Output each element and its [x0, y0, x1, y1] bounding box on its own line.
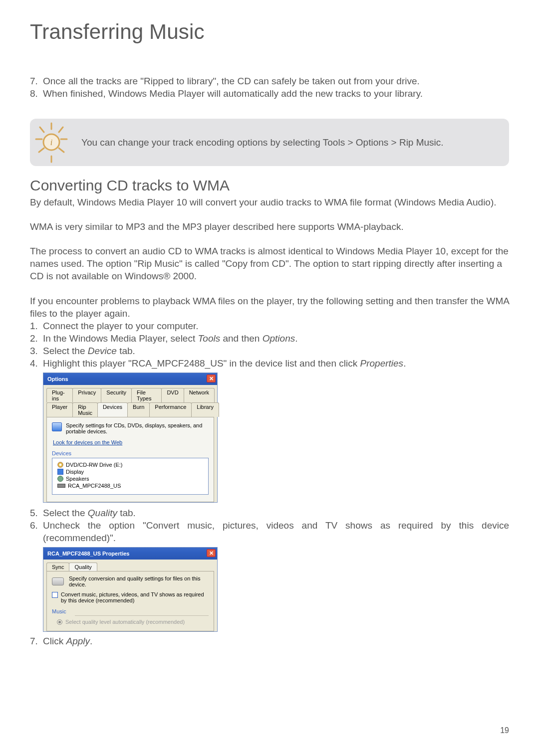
convert-checkbox[interactable] [52, 592, 58, 598]
music-group-label: Music [52, 608, 209, 614]
step-text: When finished, Windows Media Player will… [43, 87, 423, 100]
tab-plugins[interactable]: Plug-ins [46, 388, 73, 402]
tab-burn[interactable]: Burn [127, 402, 150, 417]
tip-text: You can change your track encoding optio… [81, 131, 444, 154]
tab-dvd[interactable]: DVD [161, 388, 184, 402]
list-item: 3.Select the Device tab. [30, 345, 509, 357]
paragraph: The process to convert an audio CD to WM… [30, 245, 509, 282]
dialog-title: RCA_MPCF2488_US Properties [47, 551, 129, 557]
step-text: Highlight this player "RCA_MPCF2488_US" … [43, 357, 406, 370]
step-list-b: 5.Select the Quality tab. 6.Uncheck the … [30, 507, 509, 544]
tab-sync[interactable]: Sync [46, 563, 69, 571]
tab-player[interactable]: Player [46, 402, 73, 417]
step-text: Click Apply. [43, 635, 92, 647]
step-number: 6. [30, 519, 43, 544]
portable-device-icon [57, 484, 65, 488]
tab-privacy[interactable]: Privacy [72, 388, 101, 402]
panel-description: Specify settings for CDs, DVDs, displays… [66, 422, 209, 434]
dialog-titlebar: Options ✕ [43, 373, 217, 385]
step-list-a: 1.Connect the player to your computer. 2… [30, 320, 509, 370]
screenshot-properties-dialog: RCA_MPCF2488_US Properties ✕ Sync Qualit… [43, 547, 218, 632]
divider [75, 615, 209, 616]
panel-description: Specify conversion and quality settings … [69, 575, 209, 587]
tab-row-upper: Plug-ins Privacy Security File Types DVD… [46, 388, 214, 402]
section-title: Converting CD tracks to WMA [30, 177, 509, 194]
intro-step-list: 7.Once all the tracks are "Ripped to lib… [30, 75, 509, 100]
step-text: Connect the player to your computer. [43, 320, 199, 332]
auto-quality-radio[interactable] [57, 619, 62, 625]
list-item[interactable]: Display [57, 468, 205, 475]
list-item[interactable]: RCA_MPCF2488_US [57, 482, 205, 489]
step-list-c: 7.Click Apply. [30, 635, 509, 647]
page-number: 19 [500, 726, 509, 735]
dialog-titlebar: RCA_MPCF2488_US Properties ✕ [43, 548, 217, 560]
drive-icon [52, 577, 64, 585]
list-item: 7.Click Apply. [30, 635, 509, 647]
devices-listbox[interactable]: DVD/CD-RW Drive (E:) Display Speakers RC… [52, 458, 209, 495]
speakers-icon [57, 476, 63, 482]
computer-icon [52, 422, 62, 431]
cd-drive-icon [57, 462, 63, 468]
checkbox-label: Convert music, pictures, videos, and TV … [61, 591, 209, 603]
list-item: 8.When finished, Windows Media Player wi… [30, 87, 509, 100]
svg-line-2 [59, 127, 63, 132]
dialog-panel: Specify conversion and quality settings … [46, 571, 214, 631]
tip-callout: i You can change your track encoding opt… [30, 119, 509, 166]
list-item: 4.Highlight this player "RCA_MPCF2488_US… [30, 357, 509, 370]
tab-quality[interactable]: Quality [69, 563, 97, 571]
step-number: 2. [30, 332, 43, 345]
tab-row: Sync Quality [46, 563, 214, 571]
devices-group-label: Devices [52, 450, 209, 456]
list-item: 1.Connect the player to your computer. [30, 320, 509, 332]
radio-label: Select quality level automatically (reco… [65, 619, 185, 625]
screenshot-options-dialog: Options ✕ Plug-ins Privacy Security File… [43, 373, 218, 503]
list-item[interactable]: DVD/CD-RW Drive (E:) [57, 461, 205, 468]
page-title: Transferring Music [30, 20, 509, 44]
tab-rip-music[interactable]: Rip Music [72, 402, 98, 417]
lightbulb-icon: i [30, 119, 72, 166]
svg-line-5 [39, 148, 44, 152]
step-number: 8. [30, 87, 43, 100]
svg-line-6 [59, 148, 64, 152]
paragraph: WMA is very similar to MP3 and the MP3 p… [30, 220, 509, 233]
tab-row-lower: Player Rip Music Devices Burn Performanc… [46, 402, 214, 417]
paragraph: If you encounter problems to playback WM… [30, 295, 509, 320]
tab-network[interactable]: Network [184, 388, 215, 402]
step-number: 5. [30, 507, 43, 519]
step-number: 3. [30, 345, 43, 357]
svg-text:i: i [50, 138, 52, 147]
step-text: Once all the tracks are "Ripped to libra… [43, 75, 420, 87]
display-icon [57, 469, 63, 475]
look-for-devices-link[interactable]: Look for devices on the Web [53, 439, 122, 445]
step-text: Uncheck the option "Convert music, pictu… [43, 519, 509, 544]
tab-library[interactable]: Library [191, 402, 219, 417]
list-item: 7.Once all the tracks are "Ripped to lib… [30, 75, 509, 87]
list-item: 6.Uncheck the option "Convert music, pic… [30, 519, 509, 544]
svg-line-1 [40, 127, 44, 132]
paragraph: By default, Windows Media Player 10 will… [30, 196, 509, 208]
step-number: 4. [30, 357, 43, 370]
step-number: 7. [30, 75, 43, 87]
tab-devices[interactable]: Devices [97, 402, 128, 417]
step-text: Select the Quality tab. [43, 507, 136, 519]
step-text: Select the Device tab. [43, 345, 135, 357]
tab-performance[interactable]: Performance [149, 402, 192, 417]
step-number: 7. [30, 635, 43, 647]
tab-file-types[interactable]: File Types [131, 388, 162, 402]
list-item: 2.In the Windows Media Player, select To… [30, 332, 509, 345]
dialog-panel: Specify settings for CDs, DVDs, displays… [46, 417, 214, 502]
list-item: 5.Select the Quality tab. [30, 507, 509, 519]
step-text: In the Windows Media Player, select Tool… [43, 332, 298, 345]
tab-security[interactable]: Security [101, 388, 132, 402]
close-icon[interactable]: ✕ [207, 375, 216, 382]
step-number: 1. [30, 320, 43, 332]
close-icon[interactable]: ✕ [207, 549, 216, 557]
list-item[interactable]: Speakers [57, 475, 205, 482]
dialog-title: Options [47, 376, 68, 382]
